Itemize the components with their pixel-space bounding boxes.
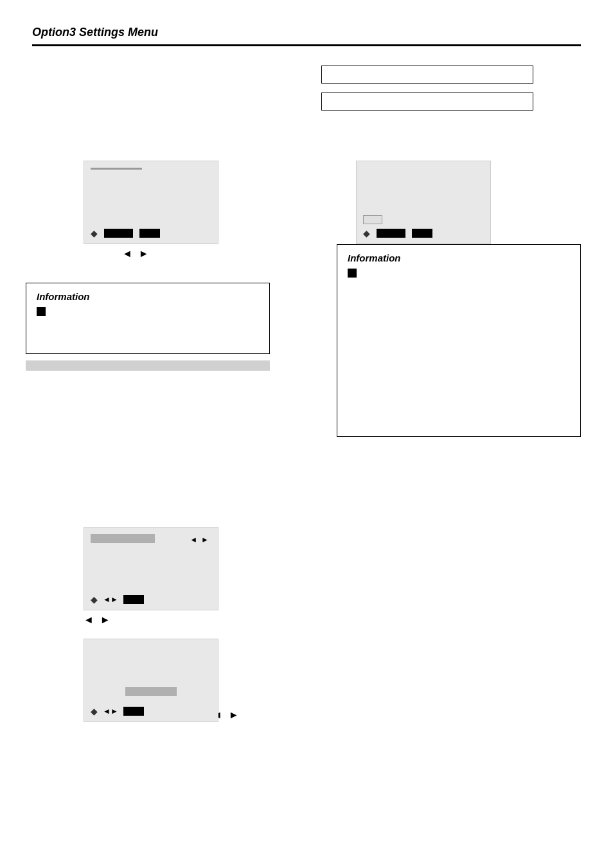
black-rect-1 [104,229,133,238]
black-rect-sm-1 [139,229,160,238]
info-box-left: Information [26,283,270,354]
second-screen: ◆ ◄► [84,639,218,722]
bottom-black-rect-1 [123,595,144,604]
right-diamond-icon: ◆ [363,228,370,238]
second-black-rect [123,707,144,716]
bottom-screen-bar-1: ◆ ◄► [91,594,211,605]
right-screen-1: ◆ [356,161,491,244]
info-title-right: Information [348,252,570,263]
right-column: ◆ Information [337,161,581,437]
header-divider [32,44,581,46]
bottom-arrow-left-inner[interactable]: ◄ [190,535,197,544]
info-square-left [37,307,46,316]
second-cross-arrows[interactable]: ◄► [103,707,118,716]
right-screen-small-rect [363,215,382,224]
bottom-arrow-right-outer[interactable]: ► [100,614,111,626]
input-box-2[interactable] [321,93,533,111]
bottom-arrow-right-inner[interactable]: ► [201,535,209,544]
final-arrow-right[interactable]: ► [229,709,239,721]
bottom-arrow-left-outer[interactable]: ◄ [84,614,94,626]
arrow-right-1[interactable]: ► [139,248,149,260]
input-box-1[interactable] [321,66,533,84]
info-box-left-wrapper: Information [26,276,270,371]
bottom-grey-text [91,534,155,543]
page: Option3 Settings Menu ◆ ◄ ► Information [0,0,613,868]
left-column: ◆ ◄ ► [84,161,218,260]
second-screen-section: ◆ ◄► [84,639,239,722]
right-black-rect-sm [412,229,432,238]
right-screen-bottom-bar: ◆ [363,228,484,238]
bottom-diamond-1: ◆ [91,594,98,605]
screen-underline [91,168,142,170]
diamond-icon: ◆ [91,228,98,238]
bottom-nav-arrows-outer[interactable]: ◄ ► [84,614,239,626]
second-diamond: ◆ [91,706,98,716]
input-boxes-area [321,66,581,111]
info-box-right: Information [337,244,581,437]
right-black-rect [377,229,405,238]
second-screen-grey [125,687,177,696]
second-screen-bar: ◆ ◄► [91,706,211,716]
bottom-cross-arrows-1[interactable]: ◄► [103,595,118,604]
page-title: Option3 Settings Menu [32,26,581,39]
info-square-right [348,269,357,278]
bottom-screen-1: ◄ ► ◆ ◄► [84,527,218,610]
nav-arrows-1[interactable]: ◄ ► [122,248,218,260]
left-screen-1: ◆ [84,161,218,244]
info-title-left: Information [37,291,259,302]
grey-bar-left [26,360,270,371]
arrow-left-1[interactable]: ◄ [122,248,132,260]
bottom-left-section: ◄ ► ◆ ◄► ◄ ► ◆ ◄► [84,527,239,721]
screen-bottom-bar: ◆ [91,228,211,238]
bottom-nav-arrows-inner[interactable]: ◄ ► [190,535,209,544]
